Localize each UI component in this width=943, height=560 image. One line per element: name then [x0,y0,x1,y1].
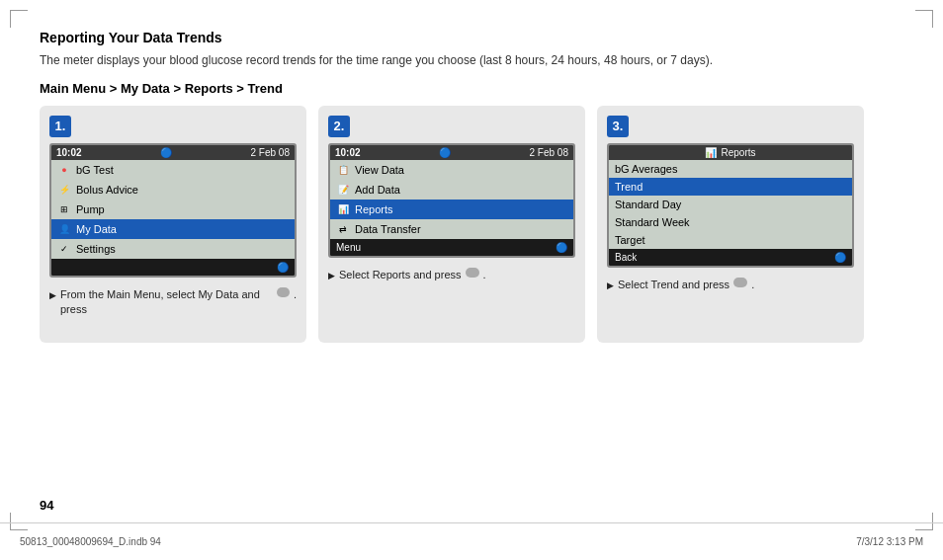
screen-2-footer-left: Menu [336,242,361,253]
target-label: Target [615,234,645,246]
screen-3-body: bG Averages Trend Standard Day Standard … [609,160,852,249]
datatransfer-icon: ⇄ [336,222,350,236]
reports-label: Reports [355,203,393,215]
btn-icon-3 [733,278,747,287]
screen-1-body: ● bG Test ⚡ Bolus Advice ⊞ Pump 👤 My Dat… [51,160,295,259]
bolus-icon: ⚡ [57,183,71,197]
viewdata-icon: 📋 [336,163,350,177]
standardday-label: Standard Day [615,199,681,210]
screen-2-instruction: Select Reports and press . [328,268,575,282]
footer-left: 50813_00048009694_D.indb 94 [20,536,161,547]
screen-3-title-text: Reports [721,147,755,158]
screen-block-1: 1. 10:02 🔵 2 Feb 08 ● bG Test ⚡ Bolus Ad… [40,106,306,343]
settings-label: Settings [76,243,116,255]
page-footer: 50813_00048009694_D.indb 94 7/3/12 3:13 … [0,522,943,560]
pump-label: Pump [76,203,105,215]
settings-icon: ✓ [57,242,71,256]
adddata-label: Add Data [355,184,400,196]
menu-item-settings: ✓ Settings [51,239,295,259]
menu-item-reports: 📊 Reports [330,200,573,219]
menu-item-bolus: ⚡ Bolus Advice [51,180,295,200]
screen-1-header-icon: 🔵 [160,147,172,158]
screen-2-date: 2 Feb 08 [530,147,568,158]
screen-2-header-icon: 🔵 [439,147,451,158]
screen-2-header: 10:02 🔵 2 Feb 08 [330,145,573,160]
screen-1-footer-icon: 🔵 [277,262,289,273]
screens-row: 1. 10:02 🔵 2 Feb 08 ● bG Test ⚡ Bolus Ad… [40,106,903,343]
screen-3-footer-left: Back [615,252,637,263]
menu-item-bgaverages: bG Averages [609,160,852,178]
screen-1-date: 2 Feb 08 [251,147,290,158]
screen-3-footer-icon: 🔵 [834,252,846,263]
menu-item-bgtest: ● bG Test [51,160,295,180]
menu-item-target: Target [609,231,852,249]
pump-icon: ⊞ [57,202,71,216]
menu-item-trend: Trend [609,178,852,196]
menu-item-datatransfer: ⇄ Data Transfer [330,219,573,239]
screen-block-2: 2. 10:02 🔵 2 Feb 08 📋 View Data 📝 Add Da… [318,106,585,343]
menu-item-mydata: 👤 My Data [51,219,295,239]
corner-mark-tr [915,10,933,28]
breadcrumb: Main Menu > My Data > Reports > Trend [40,81,903,96]
section-title: Reporting Your Data Trends [40,30,903,45]
section-desc: The meter displays your blood glucose re… [40,51,903,69]
screen-3-footer: Back 🔵 [609,249,852,266]
screen-2-footer: Menu 🔵 [330,239,573,256]
step-badge-1: 1. [49,116,71,137]
btn-icon-2 [466,268,479,278]
reports-icon: 📊 [336,202,350,216]
screen-1-instruction: From the Main Menu, select My Data and p… [49,287,297,318]
screen-block-3: 3. 📊 Reports bG Averages Trend Standard … [597,106,864,343]
screen-1-footer: 🔵 [51,259,295,276]
bolus-label: Bolus Advice [76,184,138,196]
mydata-icon: 👤 [57,222,71,236]
mydata-label: My Data [76,223,117,235]
screen-1-header: 10:02 🔵 2 Feb 08 [51,145,295,160]
screen-2-body: 📋 View Data 📝 Add Data 📊 Reports ⇄ Data … [330,160,573,239]
corner-mark-tl [10,10,28,28]
step-badge-2: 2. [328,116,350,137]
trend-label: Trend [615,181,643,193]
main-content: Reporting Your Data Trends The meter dis… [40,30,903,516]
menu-item-pump: ⊞ Pump [51,200,295,219]
standardweek-label: Standard Week [615,216,690,228]
screen-3-instruction: Select Trend and press . [607,278,854,292]
screen-3-title-icon: 📊 [705,147,717,158]
page-number: 94 [40,498,53,513]
menu-item-standardweek: Standard Week [609,213,852,231]
device-screen-3: 📊 Reports bG Averages Trend Standard Day… [607,143,854,268]
btn-icon-1 [277,287,290,297]
bgtest-label: bG Test [76,164,114,176]
device-screen-1: 10:02 🔵 2 Feb 08 ● bG Test ⚡ Bolus Advic… [49,143,297,278]
adddata-icon: 📝 [336,183,350,197]
step-badge-3: 3. [607,116,629,137]
bgtest-icon: ● [57,163,71,177]
menu-item-viewdata: 📋 View Data [330,160,573,180]
bgaverages-label: bG Averages [615,163,677,175]
screen-2-time: 10:02 [335,147,361,158]
screen-1-time: 10:02 [56,147,82,158]
viewdata-label: View Data [355,164,404,176]
datatransfer-label: Data Transfer [355,223,421,235]
menu-item-adddata: 📝 Add Data [330,180,573,200]
footer-right: 7/3/12 3:13 PM [856,536,923,547]
device-screen-2: 10:02 🔵 2 Feb 08 📋 View Data 📝 Add Data … [328,143,575,258]
menu-item-standardday: Standard Day [609,196,852,213]
screen-2-footer-icon: 🔵 [556,242,567,253]
screen-3-title-bar: 📊 Reports [609,145,852,160]
